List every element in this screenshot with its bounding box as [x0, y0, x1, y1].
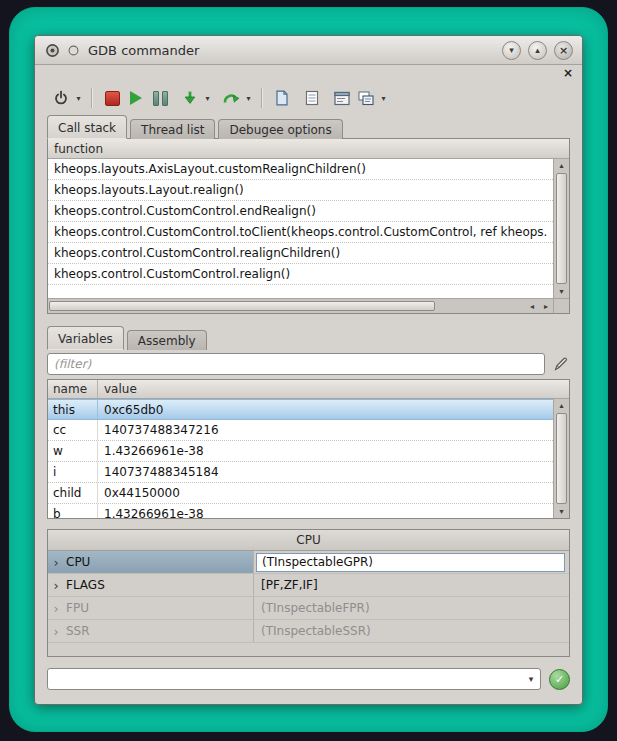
- expander-icon[interactable]: [48, 555, 64, 570]
- expander-icon[interactable]: [48, 601, 64, 616]
- variable-row[interactable]: i140737488345184: [48, 462, 553, 483]
- cpu-row[interactable]: CPU(TInspectableGPR): [48, 551, 569, 574]
- command-bar: [47, 667, 570, 691]
- close-pane-icon[interactable]: [561, 67, 575, 79]
- combo-dropdown-icon[interactable]: [522, 669, 540, 689]
- close-button[interactable]: [554, 41, 573, 60]
- variables-vertical-scrollbar[interactable]: [553, 399, 569, 518]
- scrollbar-thumb[interactable]: [556, 413, 567, 504]
- callstack-row[interactable]: kheops.layouts.AxisLayout.customRealignC…: [48, 159, 553, 180]
- variable-name: w: [48, 441, 98, 461]
- variable-name: this: [48, 400, 98, 419]
- tab-thread-list[interactable]: Thread list: [130, 119, 215, 139]
- variable-value: 140737488347216: [98, 423, 553, 437]
- variable-name: i: [48, 462, 98, 482]
- cpu-row-name: FPU: [64, 601, 253, 615]
- variable-name: child: [48, 483, 98, 503]
- cpu-row-value: (TInspectableSSR): [254, 624, 569, 638]
- scrollbar-thumb[interactable]: [556, 173, 567, 284]
- console-button[interactable]: [330, 86, 354, 110]
- window-title: GDB commander: [88, 43, 495, 58]
- step-over-button[interactable]: [219, 86, 243, 110]
- callstack-row[interactable]: kheops.control.CustomControl.toClient(kh…: [48, 222, 553, 243]
- stop-button[interactable]: [100, 86, 124, 110]
- watch-dropdown[interactable]: [378, 86, 389, 110]
- scroll-down-icon[interactable]: [554, 505, 569, 518]
- watch-button[interactable]: [354, 86, 378, 110]
- callstack-row[interactable]: kheops.control.CustomControl.realignChil…: [48, 243, 553, 264]
- maximize-button[interactable]: [528, 41, 547, 60]
- scrollbar-thumb[interactable]: [49, 301, 435, 311]
- scroll-left-icon[interactable]: [525, 299, 539, 313]
- cpu-row-value: (TInspectableFPR): [254, 601, 569, 615]
- callstack-tabbar: Call stack Thread list Debugee options: [47, 115, 570, 139]
- tab-assembly[interactable]: Assembly: [127, 330, 207, 350]
- pen-icon[interactable]: [552, 355, 570, 373]
- list-icon: [305, 90, 319, 106]
- callstack-rows: kheops.layouts.AxisLayout.customRealignC…: [48, 159, 553, 298]
- step-into-dropdown[interactable]: [202, 86, 213, 110]
- splitter[interactable]: [35, 314, 582, 326]
- variable-row[interactable]: this0xc65db0: [48, 399, 553, 420]
- cpu-row-value: [PF,ZF,IF]: [254, 578, 569, 592]
- variables-filter-row: [35, 349, 582, 379]
- variable-value: 0x44150000: [98, 486, 553, 500]
- step-over-icon: [222, 90, 240, 106]
- callstack-row[interactable]: kheops.layouts.Layout.realign(): [48, 180, 553, 201]
- name-column-header[interactable]: name: [48, 380, 98, 398]
- app-icon: [44, 42, 60, 58]
- scroll-right-icon[interactable]: [539, 299, 553, 313]
- scroll-up-icon[interactable]: [554, 399, 569, 412]
- document-button[interactable]: [270, 86, 294, 110]
- expander-icon[interactable]: [48, 624, 64, 639]
- callstack-panel: function kheops.layouts.AxisLayout.custo…: [47, 138, 570, 314]
- variable-row[interactable]: w1.43266961e-38: [48, 441, 553, 462]
- value-column-header[interactable]: value: [98, 382, 569, 396]
- cpu-row[interactable]: SSR(TInspectableSSR): [48, 620, 569, 643]
- variable-name: b: [48, 504, 98, 518]
- power-icon: [53, 90, 69, 106]
- play-icon: [130, 91, 142, 105]
- pause-button[interactable]: [148, 86, 172, 110]
- tab-debugee-options[interactable]: Debugee options: [218, 119, 342, 139]
- cpu-row-name: CPU: [64, 555, 253, 569]
- continue-button[interactable]: [124, 86, 148, 110]
- step-into-icon: [182, 90, 198, 106]
- document-icon: [275, 90, 289, 106]
- callstack-row[interactable]: kheops.control.CustomControl.endRealign(…: [48, 201, 553, 222]
- command-input[interactable]: [48, 669, 522, 689]
- send-command-button[interactable]: [549, 669, 570, 690]
- callstack-column-header[interactable]: function: [48, 139, 569, 159]
- tab-variables[interactable]: Variables: [47, 326, 124, 350]
- command-combobox[interactable]: [47, 668, 541, 690]
- callstack-vertical-scrollbar[interactable]: [553, 159, 569, 298]
- step-into-button[interactable]: [178, 86, 202, 110]
- step-over-dropdown[interactable]: [243, 86, 254, 110]
- variables-table-header[interactable]: name value: [48, 380, 569, 399]
- filter-input[interactable]: [47, 353, 545, 375]
- watch-icon: [358, 91, 374, 106]
- scrollbar-corner: [553, 298, 569, 313]
- cpu-row[interactable]: FLAGS[PF,ZF,IF]: [48, 574, 569, 597]
- power-button[interactable]: [49, 86, 73, 110]
- scroll-down-icon[interactable]: [554, 285, 569, 298]
- minimize-button[interactable]: [502, 41, 521, 60]
- callstack-horizontal-scrollbar[interactable]: [48, 298, 553, 313]
- dock-header: [35, 65, 582, 81]
- variable-row[interactable]: child0x44150000: [48, 483, 553, 504]
- expander-icon[interactable]: [48, 578, 64, 593]
- scroll-up-icon[interactable]: [554, 159, 569, 172]
- titlebar[interactable]: GDB commander: [35, 36, 582, 65]
- variable-row[interactable]: b1.43266961e-38: [48, 504, 553, 518]
- window-menu-icon[interactable]: [67, 44, 79, 56]
- variable-value: 140737488345184: [98, 465, 553, 479]
- variable-row[interactable]: cc140737488347216: [48, 420, 553, 441]
- list-button[interactable]: [300, 86, 324, 110]
- cpu-inspector-panel: CPU CPU(TInspectableGPR)FLAGS[PF,ZF,IF]F…: [47, 529, 570, 657]
- tab-call-stack[interactable]: Call stack: [47, 115, 127, 139]
- cpu-row[interactable]: FPU(TInspectableFPR): [48, 597, 569, 620]
- power-dropdown[interactable]: [73, 86, 84, 110]
- cpu-row-name: FLAGS: [64, 578, 253, 592]
- callstack-row[interactable]: kheops.control.CustomControl.realign(): [48, 264, 553, 285]
- cpu-row-value[interactable]: (TInspectableGPR): [256, 553, 565, 572]
